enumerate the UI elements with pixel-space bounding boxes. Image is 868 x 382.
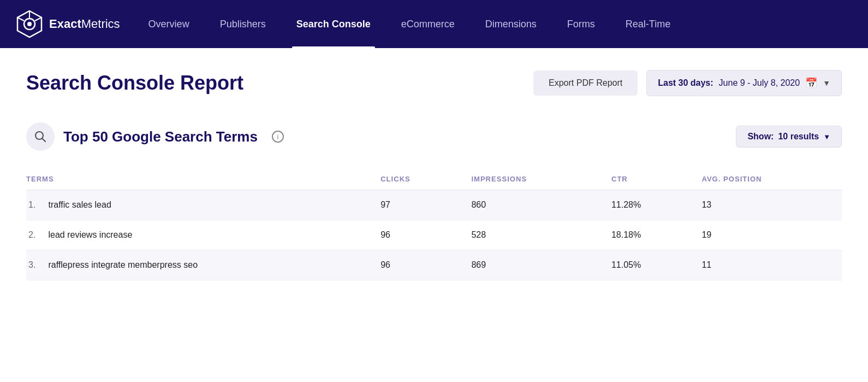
svg-line-3 xyxy=(17,17,24,21)
logo-icon xyxy=(15,10,44,38)
cell-ctr: 11.28% xyxy=(603,190,693,220)
cell-term: 2. lead reviews increase xyxy=(26,220,372,250)
export-pdf-button[interactable]: Export PDF Report xyxy=(533,70,638,96)
svg-line-4 xyxy=(35,17,41,21)
section-title-area: Top 50 Google Search Terms i xyxy=(26,122,284,151)
page-title: Search Console Report xyxy=(26,72,243,95)
show-label: Show: xyxy=(747,132,774,142)
svg-line-7 xyxy=(43,139,46,142)
nav-item-search-console[interactable]: Search Console xyxy=(281,0,386,48)
info-icon[interactable]: i xyxy=(272,131,284,143)
chevron-down-icon: ▼ xyxy=(823,133,830,141)
svg-point-2 xyxy=(27,22,32,26)
term-text: lead reviews increase xyxy=(48,230,132,239)
search-icon xyxy=(34,131,46,143)
cell-avg-position: 19 xyxy=(693,220,842,250)
chevron-down-icon: ▼ xyxy=(823,79,830,87)
date-range-value: June 9 - July 8, 2020 xyxy=(719,78,800,88)
show-value: 10 results xyxy=(778,132,819,142)
main-content: Search Console Report Export PDF Report … xyxy=(0,48,868,382)
nav-item-dimensions[interactable]: Dimensions xyxy=(470,0,552,48)
nav-item-real-time[interactable]: Real-Time xyxy=(610,0,686,48)
section-header: Top 50 Google Search Terms i Show: 10 re… xyxy=(26,122,842,151)
nav-item-overview[interactable]: Overview xyxy=(133,0,205,48)
cell-ctr: 11.05% xyxy=(603,250,693,280)
nav-item-ecommerce[interactable]: eCommerce xyxy=(386,0,470,48)
cell-term: 3. rafflepress integrate memberpress seo xyxy=(26,250,372,280)
row-number: 2. xyxy=(28,230,46,240)
page-header: Search Console Report Export PDF Report … xyxy=(26,70,842,96)
cell-ctr: 18.18% xyxy=(603,220,693,250)
show-results-button[interactable]: Show: 10 results ▼ xyxy=(736,126,842,148)
logo-text: ExactMetrics xyxy=(49,17,120,31)
table-body: 1. traffic sales lead 97 860 11.28% 13 2… xyxy=(26,190,842,280)
col-header-clicks: CLICKS xyxy=(372,168,462,190)
nav-menu: Overview Publishers Search Console eComm… xyxy=(133,0,686,48)
table-header: TERMS CLICKS IMPRESSIONS CTR AVG. POSITI… xyxy=(26,168,842,190)
search-icon-circle xyxy=(26,122,55,151)
cell-impressions: 869 xyxy=(462,250,603,280)
cell-avg-position: 11 xyxy=(693,250,842,280)
cell-avg-position: 13 xyxy=(693,190,842,220)
header-actions: Export PDF Report Last 30 days: June 9 -… xyxy=(533,70,842,96)
cell-clicks: 96 xyxy=(372,220,462,250)
col-header-impressions: IMPRESSIONS xyxy=(462,168,603,190)
nav-item-forms[interactable]: Forms xyxy=(552,0,610,48)
date-range-button[interactable]: Last 30 days: June 9 - July 8, 2020 📅 ▼ xyxy=(646,70,842,96)
section-title: Top 50 Google Search Terms xyxy=(63,128,258,145)
term-text: rafflepress integrate memberpress seo xyxy=(48,260,198,269)
calendar-icon: 📅 xyxy=(805,77,817,89)
cell-impressions: 860 xyxy=(462,190,603,220)
row-number: 3. xyxy=(28,260,46,270)
nav-item-publishers[interactable]: Publishers xyxy=(205,0,281,48)
logo[interactable]: ExactMetrics xyxy=(15,10,120,38)
term-text: traffic sales lead xyxy=(48,200,111,209)
row-number: 1. xyxy=(28,200,46,210)
table-row: 1. traffic sales lead 97 860 11.28% 13 xyxy=(26,190,842,220)
table-row: 2. lead reviews increase 96 528 18.18% 1… xyxy=(26,220,842,250)
cell-clicks: 97 xyxy=(372,190,462,220)
search-terms-table: TERMS CLICKS IMPRESSIONS CTR AVG. POSITI… xyxy=(26,168,842,280)
col-header-avg-position: AVG. POSITION xyxy=(693,168,842,190)
date-range-label: Last 30 days: xyxy=(658,78,713,88)
table-row: 3. rafflepress integrate memberpress seo… xyxy=(26,250,842,280)
cell-term: 1. traffic sales lead xyxy=(26,190,372,220)
navbar: ExactMetrics Overview Publishers Search … xyxy=(0,0,868,48)
col-header-ctr: CTR xyxy=(603,168,693,190)
cell-impressions: 528 xyxy=(462,220,603,250)
col-header-terms: TERMS xyxy=(26,168,372,190)
cell-clicks: 96 xyxy=(372,250,462,280)
